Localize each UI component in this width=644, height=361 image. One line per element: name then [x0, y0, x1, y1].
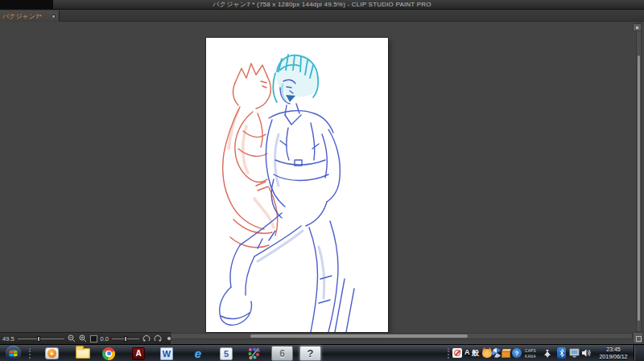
- cat-app-icon: [482, 349, 492, 358]
- tray-bluetooth[interactable]: [557, 347, 566, 359]
- tab-close-icon[interactable]: [51, 14, 56, 19]
- ime-input-mode[interactable]: A: [464, 348, 470, 356]
- taskbar-item-paint-tool[interactable]: [245, 347, 262, 360]
- ime-conversion-mode[interactable]: 般: [472, 348, 479, 359]
- security-app-icon: [452, 348, 462, 358]
- tray-device-monitor[interactable]: [569, 348, 580, 359]
- clock-date: 2019/06/12: [593, 354, 634, 361]
- pinwheel-icon: [492, 348, 502, 358]
- zoom-value: 49.5: [2, 335, 14, 343]
- clip-studio-icon: ?: [308, 347, 314, 359]
- folder-icon: [76, 348, 90, 359]
- device-monitor-icon: [569, 348, 580, 359]
- acrobat-icon: A: [132, 347, 145, 360]
- tray-volume[interactable]: [581, 348, 592, 358]
- taskbar-item-explorer[interactable]: [74, 347, 92, 360]
- windows-flag-icon: [9, 349, 18, 358]
- rotate-left-icon[interactable]: [142, 334, 151, 343]
- help-icon: ?: [512, 348, 522, 358]
- speaker-icon: [581, 348, 592, 358]
- internet-explorer-icon: e: [195, 347, 201, 359]
- tray-pinwheel-app[interactable]: [492, 348, 502, 358]
- five-app-icon: 5: [220, 347, 233, 360]
- zoom-out-icon[interactable]: [68, 334, 76, 343]
- desktop-screen: バクジャン7 * (758 x 1280px 144dpi 49.5%) - C…: [0, 0, 644, 361]
- taskbar-item-acrobat[interactable]: A: [130, 347, 147, 360]
- windows-taskbar: A W e 5 6 ?: [0, 344, 644, 361]
- taskbar-item-six-app[interactable]: 6: [271, 346, 293, 361]
- media-player-icon: [45, 347, 59, 359]
- tray-box-app[interactable]: [502, 349, 511, 358]
- taskbar-item-five-app[interactable]: 5: [217, 347, 235, 360]
- scrollbar-top-button[interactable]: [633, 23, 642, 31]
- taskbar-item-internet-explorer[interactable]: e: [189, 347, 207, 360]
- show-desktop-button[interactable]: [634, 345, 644, 361]
- chrome-icon: [102, 347, 115, 360]
- start-button[interactable]: [6, 346, 21, 361]
- show-hidden-icons[interactable]: [544, 351, 551, 355]
- ime-general-icon: 般: [472, 348, 479, 359]
- vertical-scrollbar-thumb[interactable]: [638, 55, 640, 321]
- taskbar-clock[interactable]: 23:45 2019/06/12: [593, 347, 634, 360]
- taskbar-item-media-player[interactable]: [43, 347, 60, 360]
- document-tab[interactable]: バクジャン7*: [0, 10, 60, 22]
- document-tab-bar: バクジャン7*: [0, 9, 644, 22]
- taskbar-item-chrome[interactable]: [100, 347, 118, 360]
- scrollbar-corner-button[interactable]: [633, 332, 643, 344]
- tray-security-app[interactable]: [452, 348, 462, 358]
- zoom-slider[interactable]: [18, 335, 64, 343]
- box-app-icon: [502, 349, 511, 358]
- tray-cat-app[interactable]: [482, 349, 492, 358]
- title-bar: バクジャン7 * (758 x 1280px 144dpi 49.5%) - C…: [0, 0, 644, 9]
- vertical-scrollbar[interactable]: [636, 23, 642, 332]
- fit-screen-icon[interactable]: [90, 335, 97, 343]
- clock-time: 23:45: [593, 347, 634, 354]
- ime-alpha-icon: A: [464, 348, 470, 356]
- taskbar-separator: [29, 348, 31, 359]
- rotate-right-icon[interactable]: [154, 334, 162, 343]
- drawing-canvas[interactable]: [206, 38, 388, 332]
- chevron-up-icon: [544, 351, 551, 355]
- word-icon: W: [160, 347, 173, 360]
- tray-separator: [448, 348, 449, 359]
- sketch-artwork: [206, 38, 388, 332]
- paint-tool-icon: [247, 347, 261, 360]
- rotation-value: 0.0: [101, 335, 109, 343]
- navigation-status-bar: 49.5 0.0: [0, 332, 171, 344]
- taskbar-item-word[interactable]: W: [158, 347, 175, 360]
- taskbar-item-clip-studio[interactable]: ?: [299, 346, 321, 361]
- bluetooth-icon: [557, 347, 566, 359]
- caps-indicator: CAPS: [525, 349, 536, 352]
- six-app-icon: 6: [279, 348, 285, 359]
- reset-view-icon[interactable]: [165, 334, 173, 343]
- rotation-slider[interactable]: [112, 335, 139, 343]
- document-tab-label: バクジャン7*: [2, 12, 51, 21]
- horizontal-scrollbar-thumb[interactable]: [250, 334, 468, 338]
- tray-help-app[interactable]: ?: [512, 348, 522, 358]
- zoom-in-icon[interactable]: [79, 334, 87, 343]
- kana-indicator: KANA: [525, 355, 536, 358]
- window-title: バクジャン7 * (758 x 1280px 144dpi 49.5%) - C…: [0, 0, 644, 9]
- horizontal-scrollbar[interactable]: [171, 333, 633, 339]
